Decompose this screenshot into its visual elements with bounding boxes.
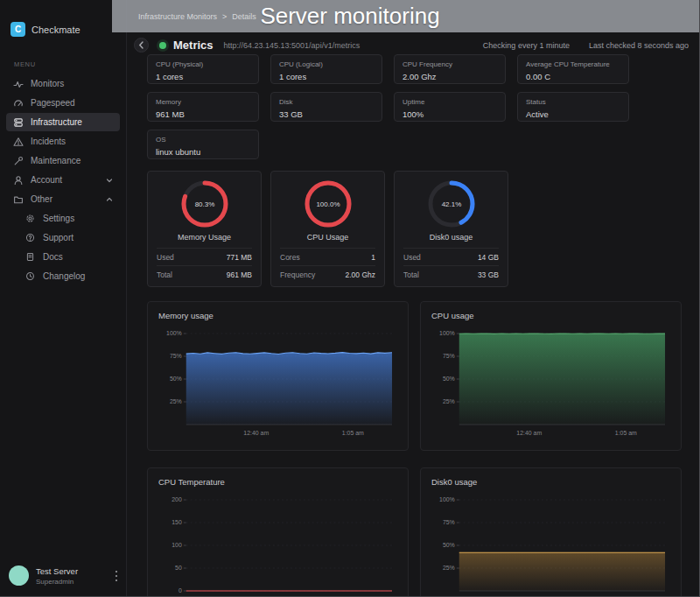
stat-value: 1 cores (156, 72, 250, 81)
menu-section-label: MENU (14, 60, 126, 68)
sidebar-item-label: Infrastructure (31, 117, 82, 127)
user-menu-icon[interactable] (112, 567, 121, 585)
app-logo[interactable]: C Checkmate (10, 22, 116, 37)
gauge-row-value: 1 (371, 253, 375, 262)
app-name: Checkmate (32, 25, 80, 35)
folder-icon (13, 194, 24, 205)
gauge-row-value: 14 GB (478, 253, 499, 262)
gauge-row-value: 771 MB (227, 253, 252, 262)
chart-title: CPU Temperature (158, 477, 397, 487)
svg-text:150: 150 (172, 519, 182, 525)
chart-title: Memory usage (158, 311, 397, 320)
gauge-card-disk0-usage: 42.1% Disk0 usage Used 14 GB Total 33 GB (394, 171, 508, 287)
monitor-url: http://64.23.145.13:5001/api/v1/metrics (224, 41, 360, 50)
sidebar-item-label: Maintenance (31, 156, 80, 165)
svg-text:1:05 am: 1:05 am (342, 430, 364, 436)
stat-card-memory: Memory 961 MB (147, 92, 259, 122)
window-title: Server monitoring (260, 0, 439, 32)
stat-label: Memory (156, 98, 250, 106)
cpu-usage-gauge: 100.0% (304, 179, 353, 228)
account-icon (13, 175, 24, 186)
sidebar-item-monitors[interactable]: Monitors (6, 74, 120, 93)
stat-label: Status (526, 98, 620, 106)
stat-value: 0.00 C (526, 72, 620, 81)
gauge-row: Used 771 MB (157, 248, 252, 265)
breadcrumb-item[interactable]: Details (232, 12, 256, 21)
sidebar-item-other[interactable]: Other (6, 190, 120, 208)
back-button[interactable] (134, 38, 149, 53)
svg-text:25%: 25% (170, 398, 182, 404)
svg-text:100%: 100% (439, 330, 455, 336)
stat-card-cpu-frequency: CPU Frequency 2.00 Ghz (394, 54, 506, 84)
sidebar-item-settings[interactable]: Settings (18, 209, 120, 228)
chart-title: CPU usage (431, 311, 670, 320)
breadcrumb: Infrastructure Monitors > Details (138, 0, 256, 32)
stat-label: CPU (Logical) (279, 60, 374, 68)
sidebar-item-account[interactable]: Account (6, 171, 120, 189)
stat-card-uptime: Uptime 100% (394, 92, 506, 122)
monitors-icon (13, 79, 24, 89)
stat-value: 2.00 Ghz (402, 72, 497, 81)
sidebar-item-label: Changelog (43, 271, 85, 281)
disk0-usage-chart: 100%75%50%25%12:40 am1:05 am (431, 493, 670, 597)
gauge-label: Memory Usage (157, 233, 252, 242)
check-interval: Checking every 1 minute (483, 41, 570, 50)
svg-text:50%: 50% (170, 376, 182, 382)
svg-text:100.0%: 100.0% (316, 200, 340, 208)
stat-card-cpu-logical: CPU (Logical) 1 cores (270, 54, 382, 84)
chart-card-cpu-usage: CPU usage 100%75%50%25%12:40 am1:05 am (420, 301, 682, 451)
stat-card-cpu-physical: CPU (Physical) 1 cores (147, 54, 259, 84)
avatar (9, 565, 29, 586)
sidebar-item-docs[interactable]: Docs (18, 248, 120, 266)
gauge-row-key: Used (157, 253, 174, 262)
sidebar-item-infrastructure[interactable]: Infrastructure (6, 113, 120, 131)
svg-text:25%: 25% (443, 565, 455, 571)
chart-card-memory-usage: Memory usage 100%75%50%25%12:40 am1:05 a… (147, 301, 409, 451)
help-icon (25, 233, 36, 243)
server-monitoring-app: { "overlay": { "title": "Server monitori… (0, 0, 700, 597)
breadcrumb-separator: > (222, 12, 227, 21)
cpu-usage-chart: 100%75%50%25%12:40 am1:05 am (431, 327, 670, 442)
stat-card-disk: Disk 33 GB (270, 92, 382, 122)
user-profile[interactable]: Test Server Superadmin (9, 565, 121, 586)
svg-text:100%: 100% (439, 496, 455, 502)
svg-text:50%: 50% (443, 376, 455, 382)
pagespeed-icon (13, 98, 24, 109)
gauge-card-cpu-usage: 100.0% CPU Usage Cores 1 Frequency 2.00 … (270, 171, 385, 287)
incidents-icon (13, 137, 24, 147)
sidebar-item-label: Monitors (31, 79, 64, 88)
main-content: Metrics http://64.23.145.13:5001/api/v1/… (127, 0, 699, 596)
stat-value: 100% (402, 109, 497, 119)
gauge-row: Frequency 2.00 Ghz (280, 265, 375, 283)
gauge-row-key: Used (403, 253, 421, 262)
chart-grid: Memory usage 100%75%50%25%12:40 am1:05 a… (147, 301, 682, 597)
svg-text:0: 0 (178, 587, 182, 593)
stat-value: 961 MB (156, 109, 250, 119)
gauge-row: Total 961 MB (157, 265, 252, 283)
sidebar-item-changelog[interactable]: Changelog (18, 267, 120, 285)
clock-icon (25, 271, 36, 282)
svg-text:12:40 am: 12:40 am (516, 430, 542, 436)
sidebar-item-incidents[interactable]: Incidents (6, 132, 120, 151)
infrastructure-icon (13, 117, 24, 128)
gauge-label: CPU Usage (280, 233, 375, 242)
sidebar-item-label: Settings (43, 214, 74, 223)
sidebar-item-pagespeed[interactable]: Pagespeed (6, 94, 120, 112)
breadcrumb-item[interactable]: Infrastructure Monitors (138, 12, 217, 21)
sidebar-item-label: Account (31, 175, 62, 185)
sidebar-item-maintenance[interactable]: Maintenance (6, 151, 120, 170)
stat-card-status: Status Active (517, 92, 629, 122)
gauge-cards: 80.3% Memory Usage Used 771 MB Total 961… (147, 171, 682, 287)
chart-title: Disk0 usage (431, 477, 670, 487)
sidebar-item-label: Pagespeed (31, 98, 75, 108)
user-info: Test Server Superadmin (36, 566, 78, 586)
gauge-row: Used 14 GB (403, 248, 499, 265)
stat-label: Disk (279, 98, 374, 106)
last-checked: Last checked 8 seconds ago (589, 41, 689, 50)
sidebar-item-label: Docs (43, 252, 63, 262)
sidebar-item-label: Other (31, 194, 52, 204)
status-dot-icon (159, 42, 166, 49)
gauge-row-key: Frequency (280, 270, 315, 279)
sidebar-item-support[interactable]: Support (18, 228, 120, 247)
stat-label: Uptime (402, 98, 497, 106)
